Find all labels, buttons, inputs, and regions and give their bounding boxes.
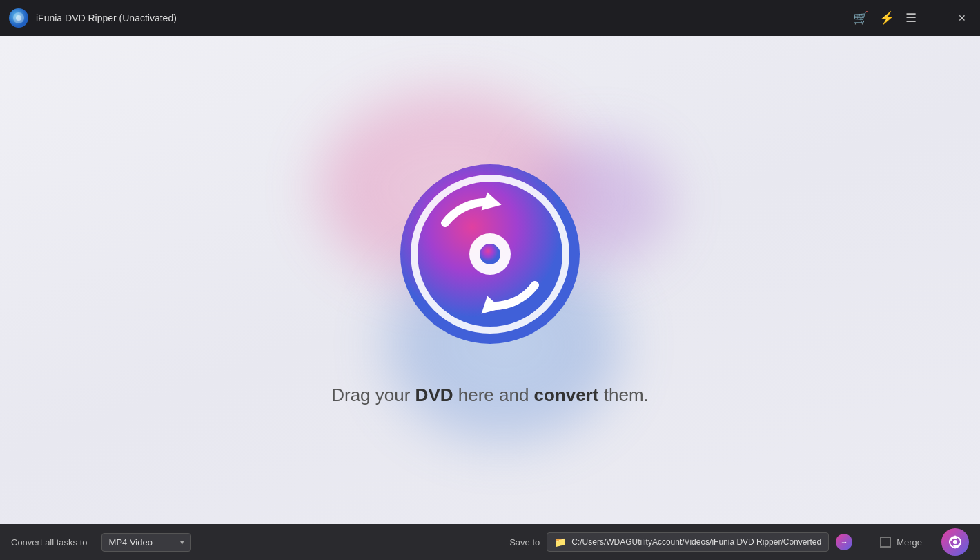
drag-text-convert: convert [534, 385, 599, 405]
titlebar: iFunia DVD Ripper (Unactivated) 🛒 ⚡ ☰ — … [0, 0, 980, 36]
save-section: Save to 📁 C:/Users/WDAGUtilityAccount/Vi… [509, 532, 852, 552]
format-selector-wrapper: MP4 Video MKV Video AVI Video MOV Video … [101, 533, 191, 552]
drag-text-middle: here and [453, 385, 534, 405]
convert-button[interactable] [941, 528, 969, 556]
svg-point-2 [16, 15, 21, 21]
save-label: Save to [509, 537, 540, 548]
svg-point-6 [480, 244, 500, 264]
merge-section: Merge [880, 537, 922, 548]
open-folder-button[interactable]: → [836, 534, 852, 550]
folder-icon: 📁 [554, 537, 566, 548]
cart-icon[interactable]: 🛒 [853, 10, 868, 26]
merge-checkbox[interactable] [880, 537, 891, 548]
save-path-display[interactable]: 📁 C:/Users/WDAGUtilityAccount/Videos/iFu… [547, 532, 829, 552]
convert-icon [948, 535, 962, 549]
drag-text-dvd: DVD [415, 385, 453, 405]
bottom-bar: Convert all tasks to MP4 Video MKV Video… [0, 524, 980, 560]
menu-icon[interactable]: ☰ [905, 10, 917, 26]
minimize-button[interactable]: — [928, 8, 947, 28]
svg-point-10 [953, 540, 957, 544]
drag-text-prefix: Drag your [331, 385, 415, 405]
brightness-icon[interactable]: ⚡ [879, 10, 894, 26]
main-content[interactable]: Drag your DVD here and convert them. [0, 36, 980, 524]
window-controls: — ✕ [928, 8, 972, 28]
close-button[interactable]: ✕ [952, 8, 972, 28]
drag-instruction: Drag your DVD here and convert them. [331, 385, 649, 406]
titlebar-action-icons: 🛒 ⚡ ☰ [853, 10, 917, 26]
convert-label: Convert all tasks to [11, 537, 88, 548]
drag-text-suffix: them. [599, 385, 649, 405]
save-path-text: C:/Users/WDAGUtilityAccount/Videos/iFuni… [571, 537, 821, 547]
format-select[interactable]: MP4 Video MKV Video AVI Video MOV Video … [101, 533, 191, 552]
app-logo-main [390, 154, 590, 357]
app-title: iFunia DVD Ripper (Unactivated) [36, 12, 853, 23]
app-logo [8, 8, 29, 28]
merge-label: Merge [896, 537, 922, 548]
